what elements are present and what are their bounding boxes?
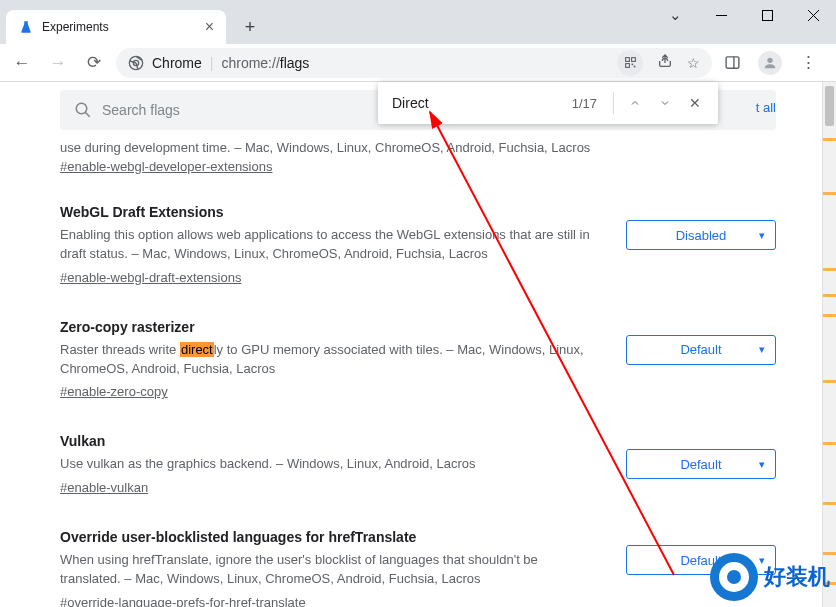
omnibox-origin: Chrome — [152, 55, 202, 71]
tab-search-icon[interactable]: ⌄ — [652, 0, 698, 30]
flags-search-placeholder: Search flags — [102, 102, 180, 118]
svg-rect-11 — [625, 64, 629, 68]
close-tab-icon[interactable]: × — [205, 18, 214, 36]
svg-rect-12 — [631, 64, 633, 66]
flag-desc: Enabling this option allows web applicat… — [60, 226, 602, 264]
omnibox-separator: | — [210, 55, 214, 71]
svg-rect-13 — [633, 66, 635, 68]
svg-rect-1 — [762, 10, 772, 20]
scrollbar-find-mark — [823, 192, 836, 195]
browser-tab-active[interactable]: Experiments × — [6, 10, 226, 44]
svg-point-17 — [76, 103, 87, 114]
scrollbar-find-mark — [823, 268, 836, 271]
scrollbar-find-mark — [823, 442, 836, 445]
flag-title: Vulkan — [60, 433, 602, 449]
find-close-button[interactable]: ✕ — [680, 88, 710, 118]
svg-rect-14 — [726, 57, 739, 68]
close-window-button[interactable] — [790, 0, 836, 30]
share-icon[interactable] — [657, 53, 673, 72]
sidepanel-icon[interactable] — [720, 51, 744, 75]
chrome-icon — [128, 55, 144, 71]
flag-anchor-link[interactable]: #enable-webgl-developer-extensions — [60, 159, 272, 174]
svg-rect-9 — [625, 58, 629, 62]
flag-row: Zero-copy rasterizer Raster threads writ… — [60, 289, 776, 404]
scrollbar-find-mark — [823, 294, 836, 297]
flag-row: WebGL Draft Extensions Enabling this opt… — [60, 174, 776, 289]
omnibox-url: chrome://flags — [221, 55, 309, 71]
profile-avatar[interactable] — [758, 51, 782, 75]
kebab-menu-icon[interactable]: ⋮ — [796, 51, 820, 75]
reload-button[interactable]: ⟳ — [80, 49, 108, 77]
watermark-text: 好装机 — [764, 562, 830, 592]
bookmark-icon[interactable]: ☆ — [687, 55, 700, 71]
flag-dropdown-value: Default — [680, 342, 721, 357]
find-match-highlight: direct — [180, 342, 214, 357]
flag-anchor-link[interactable]: #enable-webgl-draft-extensions — [60, 270, 241, 285]
tab-title: Experiments — [42, 20, 109, 34]
flag-dropdown[interactable]: Default — [626, 449, 776, 479]
address-bar[interactable]: Chrome | chrome://flags ☆ — [116, 48, 712, 78]
flag-desc: When using hrefTranslate, ignore the use… — [60, 551, 602, 589]
flag-title: WebGL Draft Extensions — [60, 204, 602, 220]
flag-anchor-link[interactable]: #enable-vulkan — [60, 480, 148, 495]
scrollbar-find-mark — [823, 314, 836, 317]
svg-rect-10 — [631, 58, 635, 62]
watermark: 好装机 — [710, 553, 830, 601]
svg-line-8 — [136, 63, 138, 70]
back-button[interactable]: ← — [8, 49, 36, 77]
flag-anchor-link[interactable]: #override-language-prefs-for-href-transl… — [60, 595, 306, 607]
scrollbar-find-mark — [823, 502, 836, 505]
page-viewport: Search flags t all use during developmen… — [0, 82, 836, 607]
reset-all-link[interactable]: t all — [756, 100, 776, 115]
flag-dropdown[interactable]: Default — [626, 335, 776, 365]
flag-dropdown[interactable]: Disabled — [626, 220, 776, 250]
find-prev-button[interactable] — [620, 88, 650, 118]
separator — [613, 92, 614, 114]
flag-title: Zero-copy rasterizer — [60, 319, 602, 335]
watermark-logo-icon — [710, 553, 758, 601]
flag-row: Vulkan Use vulkan as the graphics backen… — [60, 403, 776, 499]
flag-desc-partial: use during development time. – Mac, Wind… — [60, 140, 776, 155]
flag-dropdown-value: Disabled — [676, 228, 727, 243]
scrollbar[interactable] — [822, 82, 836, 607]
flag-desc: Use vulkan as the graphics backend. – Wi… — [60, 455, 602, 474]
forward-button[interactable]: → — [44, 49, 72, 77]
svg-line-7 — [130, 61, 136, 63]
scrollbar-find-mark — [823, 138, 836, 141]
flag-anchor-link[interactable]: #enable-zero-copy — [60, 384, 168, 399]
svg-line-18 — [85, 112, 90, 117]
find-in-page-bar: 1/17 ✕ — [378, 82, 718, 124]
new-tab-button[interactable]: + — [236, 13, 264, 41]
find-count: 1/17 — [572, 96, 597, 111]
flag-row: Override user-blocklisted languages for … — [60, 499, 776, 607]
flask-icon — [18, 19, 34, 35]
window-titlebar: Experiments × + ⌄ — [0, 0, 836, 44]
maximize-button[interactable] — [744, 0, 790, 30]
find-input[interactable] — [392, 95, 572, 111]
qr-icon[interactable] — [617, 50, 643, 76]
flag-title: Override user-blocklisted languages for … — [60, 529, 602, 545]
svg-point-16 — [767, 57, 772, 62]
scrollbar-thumb[interactable] — [825, 86, 834, 126]
flag-dropdown-value: Default — [680, 457, 721, 472]
window-controls: ⌄ — [652, 0, 836, 30]
minimize-button[interactable] — [698, 0, 744, 30]
search-icon — [74, 101, 92, 119]
browser-toolbar: ← → ⟳ Chrome | chrome://flags ☆ ⋮ — [0, 44, 836, 82]
find-next-button[interactable] — [650, 88, 680, 118]
flag-desc: Raster threads write directly to GPU mem… — [60, 341, 602, 379]
scrollbar-find-mark — [823, 380, 836, 383]
